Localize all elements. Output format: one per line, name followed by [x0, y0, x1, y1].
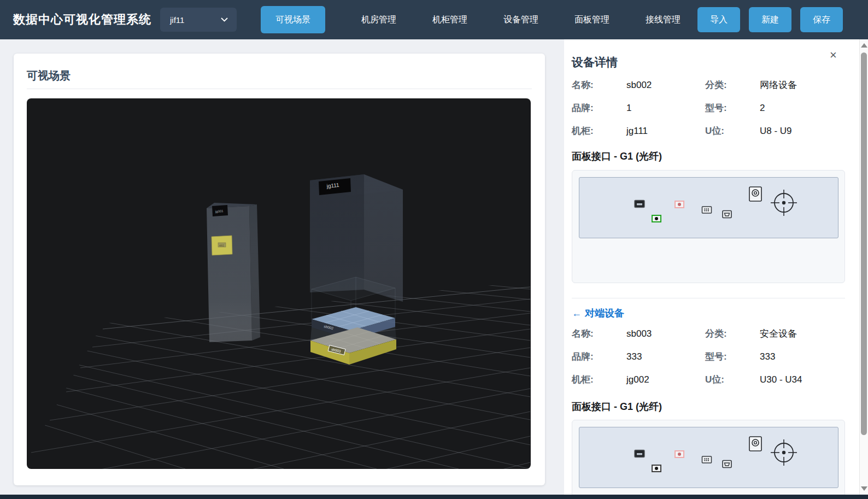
chevron-down-icon: [221, 17, 228, 22]
close-icon[interactable]: ×: [830, 49, 837, 61]
tab-panel-mgmt[interactable]: 面板管理: [574, 6, 609, 33]
peer-fields: 名称: sb003 分类: 安全设备 品牌: 333 型号: 333 机柜: j…: [572, 327, 845, 386]
import-button[interactable]: 导入: [697, 7, 740, 32]
peer-device-link[interactable]: ←对端设备: [572, 307, 624, 320]
rack-small-name: jg001: [215, 209, 224, 213]
peer-panel-preview-box: [572, 420, 845, 495]
back-arrow-icon: ←: [572, 308, 582, 319]
port-pins[interactable]: [702, 207, 712, 213]
field-value: sb003: [626, 328, 705, 339]
field-value: 333: [626, 351, 705, 362]
field-label: 名称:: [572, 79, 626, 91]
room-select-value: jif11: [170, 15, 184, 25]
field-label: 品牌:: [572, 350, 626, 363]
port-usb[interactable]: [723, 211, 731, 218]
tab-device-mgmt[interactable]: 设备管理: [503, 6, 538, 33]
field-label: 品牌:: [572, 102, 626, 114]
field-label: 型号:: [705, 102, 760, 114]
port-fiber-red[interactable]: [675, 201, 684, 208]
save-button[interactable]: 保存: [800, 7, 843, 32]
scroll-up-icon[interactable]: [861, 43, 867, 48]
bottom-bar: [0, 495, 868, 499]
panel-ports: [579, 427, 839, 489]
scene-3d: jg001 sb1 jg111: [27, 98, 531, 469]
panel-face: [579, 177, 838, 238]
field-label: 机柜:: [572, 125, 626, 137]
field-value: 1: [626, 103, 705, 114]
device-panel-yellow[interactable]: sb1: [212, 236, 232, 255]
port-coax[interactable]: [771, 190, 797, 216]
app-title: 数据中心可视化管理系统: [13, 11, 151, 28]
port-fiber-black[interactable]: [652, 465, 661, 472]
floor-grid: [27, 164, 530, 469]
port-bnc[interactable]: [749, 437, 761, 451]
detail-panel-title: 设备详情: [572, 55, 618, 70]
panel-preview-box: [572, 170, 845, 283]
port-coax[interactable]: [771, 439, 797, 466]
panel-interface-title: 面板接口 - G1 (光纤): [572, 150, 662, 163]
scene-canvas[interactable]: jg001 sb1 jg111: [27, 98, 531, 469]
field-value: 2: [760, 103, 845, 114]
panel-ports: [579, 178, 839, 239]
field-label: U位:: [705, 125, 760, 137]
port-pins[interactable]: [702, 456, 712, 463]
field-label: 型号:: [705, 350, 760, 363]
tab-room-mgmt[interactable]: 机房管理: [361, 6, 396, 33]
tab-visual-scene[interactable]: 可视场景: [261, 6, 325, 33]
scrollbar-thumb[interactable]: [861, 52, 867, 435]
field-label: U位:: [705, 373, 760, 386]
port-bnc[interactable]: [749, 187, 761, 201]
tab-rack-mgmt[interactable]: 机柜管理: [432, 6, 467, 33]
scene-card: 可视场景: [14, 54, 545, 485]
port-slot[interactable]: [635, 201, 644, 208]
port-fiber-green[interactable]: [652, 215, 661, 222]
port-slot[interactable]: [635, 450, 644, 457]
device-detail-panel: 设备详情 × 名称: sb002 分类: 网络设备 品牌: 1 型号: 2 机柜…: [564, 39, 859, 495]
divider: [572, 298, 845, 298]
peer-interface-title: 面板接口 - G1 (光纤): [572, 400, 662, 413]
tab-cabling-mgmt[interactable]: 接线管理: [646, 6, 681, 33]
rack-small[interactable]: jg001 sb1: [207, 203, 260, 342]
device-fields: 名称: sb002 分类: 网络设备 品牌: 1 型号: 2 机柜: jg111…: [572, 79, 845, 137]
top-navbar: 数据中心可视化管理系统 jif11 可视场景 机房管理 机柜管理 设备管理 面板…: [0, 0, 868, 39]
field-value: jg111: [626, 126, 705, 137]
field-value: 网络设备: [760, 79, 845, 91]
device-panel-label: sb1: [219, 244, 224, 247]
field-value: U8 - U9: [760, 126, 845, 137]
field-label: 分类:: [705, 79, 760, 91]
scrollbar[interactable]: [859, 39, 868, 495]
scene-card-title: 可视场景: [27, 68, 71, 83]
field-label: 分类:: [705, 327, 760, 340]
scroll-down-icon[interactable]: [861, 486, 867, 491]
new-button[interactable]: 新建: [749, 7, 791, 32]
port-usb[interactable]: [723, 461, 731, 468]
port-fiber-red[interactable]: [675, 451, 684, 457]
divider: [27, 89, 532, 89]
field-label: 机柜:: [572, 373, 626, 386]
field-value: sb002: [626, 80, 705, 91]
panel-face: [579, 427, 838, 488]
field-value: 333: [760, 351, 845, 362]
field-value: jg002: [626, 374, 705, 385]
field-label: 名称:: [572, 327, 626, 340]
field-value: U30 - U34: [760, 374, 845, 385]
peer-link-label: 对端设备: [585, 308, 624, 319]
field-value: 安全设备: [760, 327, 845, 340]
room-select[interactable]: jif11: [160, 8, 237, 32]
